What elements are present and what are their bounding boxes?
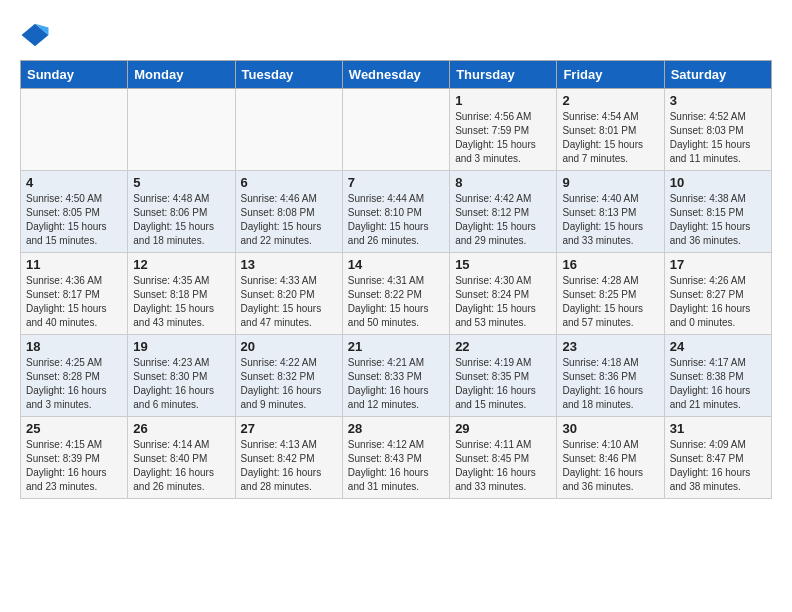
day-info: Sunrise: 4:35 AM Sunset: 8:18 PM Dayligh… bbox=[133, 274, 229, 330]
day-info: Sunrise: 4:18 AM Sunset: 8:36 PM Dayligh… bbox=[562, 356, 658, 412]
calendar-cell: 10Sunrise: 4:38 AM Sunset: 8:15 PM Dayli… bbox=[664, 171, 771, 253]
day-info: Sunrise: 4:31 AM Sunset: 8:22 PM Dayligh… bbox=[348, 274, 444, 330]
calendar-cell: 3Sunrise: 4:52 AM Sunset: 8:03 PM Daylig… bbox=[664, 89, 771, 171]
calendar-cell: 31Sunrise: 4:09 AM Sunset: 8:47 PM Dayli… bbox=[664, 417, 771, 499]
calendar-table: SundayMondayTuesdayWednesdayThursdayFrid… bbox=[20, 60, 772, 499]
calendar-cell bbox=[21, 89, 128, 171]
day-number: 13 bbox=[241, 257, 337, 272]
calendar-cell: 11Sunrise: 4:36 AM Sunset: 8:17 PM Dayli… bbox=[21, 253, 128, 335]
calendar-cell: 7Sunrise: 4:44 AM Sunset: 8:10 PM Daylig… bbox=[342, 171, 449, 253]
day-info: Sunrise: 4:21 AM Sunset: 8:33 PM Dayligh… bbox=[348, 356, 444, 412]
calendar-cell: 14Sunrise: 4:31 AM Sunset: 8:22 PM Dayli… bbox=[342, 253, 449, 335]
day-number: 21 bbox=[348, 339, 444, 354]
day-info: Sunrise: 4:11 AM Sunset: 8:45 PM Dayligh… bbox=[455, 438, 551, 494]
calendar-cell: 19Sunrise: 4:23 AM Sunset: 8:30 PM Dayli… bbox=[128, 335, 235, 417]
calendar-cell: 13Sunrise: 4:33 AM Sunset: 8:20 PM Dayli… bbox=[235, 253, 342, 335]
day-info: Sunrise: 4:48 AM Sunset: 8:06 PM Dayligh… bbox=[133, 192, 229, 248]
calendar-cell: 21Sunrise: 4:21 AM Sunset: 8:33 PM Dayli… bbox=[342, 335, 449, 417]
day-number: 5 bbox=[133, 175, 229, 190]
day-number: 26 bbox=[133, 421, 229, 436]
day-number: 1 bbox=[455, 93, 551, 108]
day-number: 30 bbox=[562, 421, 658, 436]
day-number: 25 bbox=[26, 421, 122, 436]
calendar-cell: 26Sunrise: 4:14 AM Sunset: 8:40 PM Dayli… bbox=[128, 417, 235, 499]
calendar-week-row: 18Sunrise: 4:25 AM Sunset: 8:28 PM Dayli… bbox=[21, 335, 772, 417]
day-number: 18 bbox=[26, 339, 122, 354]
day-number: 2 bbox=[562, 93, 658, 108]
calendar-cell bbox=[342, 89, 449, 171]
day-info: Sunrise: 4:46 AM Sunset: 8:08 PM Dayligh… bbox=[241, 192, 337, 248]
calendar-week-row: 4Sunrise: 4:50 AM Sunset: 8:05 PM Daylig… bbox=[21, 171, 772, 253]
calendar-cell bbox=[128, 89, 235, 171]
calendar-cell: 18Sunrise: 4:25 AM Sunset: 8:28 PM Dayli… bbox=[21, 335, 128, 417]
weekday-header: Saturday bbox=[664, 61, 771, 89]
calendar-week-row: 11Sunrise: 4:36 AM Sunset: 8:17 PM Dayli… bbox=[21, 253, 772, 335]
calendar-cell: 23Sunrise: 4:18 AM Sunset: 8:36 PM Dayli… bbox=[557, 335, 664, 417]
calendar-cell: 17Sunrise: 4:26 AM Sunset: 8:27 PM Dayli… bbox=[664, 253, 771, 335]
day-info: Sunrise: 4:23 AM Sunset: 8:30 PM Dayligh… bbox=[133, 356, 229, 412]
day-info: Sunrise: 4:13 AM Sunset: 8:42 PM Dayligh… bbox=[241, 438, 337, 494]
logo-icon bbox=[20, 20, 50, 50]
calendar-cell bbox=[235, 89, 342, 171]
day-info: Sunrise: 4:44 AM Sunset: 8:10 PM Dayligh… bbox=[348, 192, 444, 248]
day-info: Sunrise: 4:09 AM Sunset: 8:47 PM Dayligh… bbox=[670, 438, 766, 494]
calendar-header-row: SundayMondayTuesdayWednesdayThursdayFrid… bbox=[21, 61, 772, 89]
day-info: Sunrise: 4:17 AM Sunset: 8:38 PM Dayligh… bbox=[670, 356, 766, 412]
weekday-header: Tuesday bbox=[235, 61, 342, 89]
day-number: 28 bbox=[348, 421, 444, 436]
calendar-cell: 4Sunrise: 4:50 AM Sunset: 8:05 PM Daylig… bbox=[21, 171, 128, 253]
page-header bbox=[20, 20, 772, 50]
day-info: Sunrise: 4:56 AM Sunset: 7:59 PM Dayligh… bbox=[455, 110, 551, 166]
calendar-cell: 24Sunrise: 4:17 AM Sunset: 8:38 PM Dayli… bbox=[664, 335, 771, 417]
calendar-week-row: 1Sunrise: 4:56 AM Sunset: 7:59 PM Daylig… bbox=[21, 89, 772, 171]
day-info: Sunrise: 4:54 AM Sunset: 8:01 PM Dayligh… bbox=[562, 110, 658, 166]
day-info: Sunrise: 4:42 AM Sunset: 8:12 PM Dayligh… bbox=[455, 192, 551, 248]
calendar-cell: 20Sunrise: 4:22 AM Sunset: 8:32 PM Dayli… bbox=[235, 335, 342, 417]
day-number: 29 bbox=[455, 421, 551, 436]
day-number: 4 bbox=[26, 175, 122, 190]
calendar-cell: 29Sunrise: 4:11 AM Sunset: 8:45 PM Dayli… bbox=[450, 417, 557, 499]
calendar-cell: 6Sunrise: 4:46 AM Sunset: 8:08 PM Daylig… bbox=[235, 171, 342, 253]
calendar-cell: 2Sunrise: 4:54 AM Sunset: 8:01 PM Daylig… bbox=[557, 89, 664, 171]
calendar-cell: 9Sunrise: 4:40 AM Sunset: 8:13 PM Daylig… bbox=[557, 171, 664, 253]
day-number: 16 bbox=[562, 257, 658, 272]
weekday-header: Thursday bbox=[450, 61, 557, 89]
day-info: Sunrise: 4:28 AM Sunset: 8:25 PM Dayligh… bbox=[562, 274, 658, 330]
day-number: 7 bbox=[348, 175, 444, 190]
day-number: 10 bbox=[670, 175, 766, 190]
day-info: Sunrise: 4:38 AM Sunset: 8:15 PM Dayligh… bbox=[670, 192, 766, 248]
day-info: Sunrise: 4:10 AM Sunset: 8:46 PM Dayligh… bbox=[562, 438, 658, 494]
day-number: 23 bbox=[562, 339, 658, 354]
day-info: Sunrise: 4:22 AM Sunset: 8:32 PM Dayligh… bbox=[241, 356, 337, 412]
day-number: 8 bbox=[455, 175, 551, 190]
calendar-cell: 8Sunrise: 4:42 AM Sunset: 8:12 PM Daylig… bbox=[450, 171, 557, 253]
day-info: Sunrise: 4:40 AM Sunset: 8:13 PM Dayligh… bbox=[562, 192, 658, 248]
day-number: 24 bbox=[670, 339, 766, 354]
day-number: 27 bbox=[241, 421, 337, 436]
day-info: Sunrise: 4:12 AM Sunset: 8:43 PM Dayligh… bbox=[348, 438, 444, 494]
day-number: 3 bbox=[670, 93, 766, 108]
calendar-cell: 16Sunrise: 4:28 AM Sunset: 8:25 PM Dayli… bbox=[557, 253, 664, 335]
calendar-cell: 25Sunrise: 4:15 AM Sunset: 8:39 PM Dayli… bbox=[21, 417, 128, 499]
calendar-week-row: 25Sunrise: 4:15 AM Sunset: 8:39 PM Dayli… bbox=[21, 417, 772, 499]
calendar-cell: 5Sunrise: 4:48 AM Sunset: 8:06 PM Daylig… bbox=[128, 171, 235, 253]
calendar-cell: 22Sunrise: 4:19 AM Sunset: 8:35 PM Dayli… bbox=[450, 335, 557, 417]
weekday-header: Monday bbox=[128, 61, 235, 89]
day-info: Sunrise: 4:19 AM Sunset: 8:35 PM Dayligh… bbox=[455, 356, 551, 412]
calendar-cell: 30Sunrise: 4:10 AM Sunset: 8:46 PM Dayli… bbox=[557, 417, 664, 499]
day-info: Sunrise: 4:36 AM Sunset: 8:17 PM Dayligh… bbox=[26, 274, 122, 330]
day-info: Sunrise: 4:26 AM Sunset: 8:27 PM Dayligh… bbox=[670, 274, 766, 330]
weekday-header: Wednesday bbox=[342, 61, 449, 89]
day-info: Sunrise: 4:30 AM Sunset: 8:24 PM Dayligh… bbox=[455, 274, 551, 330]
calendar-cell: 28Sunrise: 4:12 AM Sunset: 8:43 PM Dayli… bbox=[342, 417, 449, 499]
calendar-cell: 15Sunrise: 4:30 AM Sunset: 8:24 PM Dayli… bbox=[450, 253, 557, 335]
day-info: Sunrise: 4:33 AM Sunset: 8:20 PM Dayligh… bbox=[241, 274, 337, 330]
day-number: 31 bbox=[670, 421, 766, 436]
day-number: 11 bbox=[26, 257, 122, 272]
day-info: Sunrise: 4:50 AM Sunset: 8:05 PM Dayligh… bbox=[26, 192, 122, 248]
day-info: Sunrise: 4:15 AM Sunset: 8:39 PM Dayligh… bbox=[26, 438, 122, 494]
logo bbox=[20, 20, 56, 50]
day-number: 20 bbox=[241, 339, 337, 354]
day-info: Sunrise: 4:52 AM Sunset: 8:03 PM Dayligh… bbox=[670, 110, 766, 166]
day-number: 12 bbox=[133, 257, 229, 272]
